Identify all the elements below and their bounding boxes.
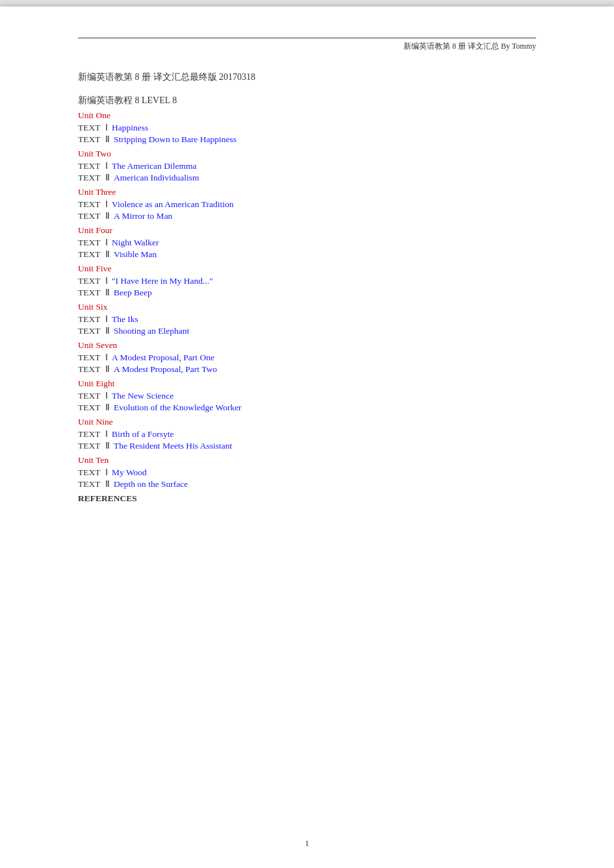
text-title[interactable]: Shooting an Elephant	[114, 326, 189, 336]
roman-numeral: Ⅰ	[105, 237, 108, 248]
text-label: TEXT	[78, 249, 103, 260]
text-title[interactable]: Beep Beep	[114, 288, 152, 298]
unit-1: Unit OneTEXT ⅠHappinessTEXT ⅡStripping D…	[78, 110, 536, 145]
text-row-6-2: TEXT ⅡShooting an Elephant	[78, 325, 536, 336]
text-label: TEXT	[78, 326, 103, 336]
header-text: 新编英语教第 8 册 译文汇总 By Tommy	[403, 42, 536, 51]
roman-numeral: Ⅰ	[105, 352, 108, 363]
text-row-3-1: TEXT ⅠViolence as an American Tradition	[78, 199, 536, 210]
text-label: TEXT	[78, 276, 103, 286]
text-row-5-2: TEXT ⅡBeep Beep	[78, 287, 536, 298]
unit-7: Unit SevenTEXT ⅠA Modest Proposal, Part …	[78, 340, 536, 375]
text-title[interactable]: American Individualism	[114, 173, 199, 183]
text-row-9-2: TEXT ⅡThe Resident Meets His Assistant	[78, 440, 536, 451]
text-row-8-2: TEXT ⅡEvolution of the Knowledge Worker	[78, 402, 536, 413]
roman-numeral: Ⅰ	[105, 275, 108, 286]
text-title[interactable]: My Wood	[112, 467, 147, 478]
roman-numeral: Ⅰ	[105, 199, 108, 210]
text-label: TEXT	[78, 123, 103, 133]
text-label: TEXT	[78, 353, 103, 363]
text-title[interactable]: Evolution of the Knowledge Worker	[114, 403, 242, 413]
text-label: TEXT	[78, 391, 103, 401]
text-label: TEXT	[78, 314, 103, 325]
page-number: 1	[0, 838, 614, 849]
text-row-7-1: TEXT ⅠA Modest Proposal, Part One	[78, 352, 536, 363]
toc-section: 新编英语教程 8 LEVEL 8 Unit OneTEXT ⅠHappiness…	[78, 95, 536, 504]
roman-numeral: Ⅱ	[105, 325, 110, 336]
text-title[interactable]: The New Science	[112, 391, 173, 401]
text-label: TEXT	[78, 403, 103, 413]
text-label: TEXT	[78, 364, 103, 375]
text-row-1-2: TEXT ⅡStripping Down to Bare Happiness	[78, 134, 536, 145]
text-row-5-1: TEXT Ⅰ"I Have Here in My Hand..."	[78, 275, 536, 286]
unit-10: Unit TenTEXT ⅠMy WoodTEXT ⅡDepth on the …	[78, 455, 536, 490]
text-label: TEXT	[78, 161, 103, 171]
unit-label-5: Unit Five	[78, 264, 536, 274]
roman-numeral: Ⅱ	[105, 364, 110, 375]
text-label: TEXT	[78, 173, 103, 183]
toc-header: 新编英语教程 8 LEVEL 8	[78, 95, 536, 106]
page: 新编英语教第 8 册 译文汇总 By Tommy 新编英语教第 8 册 译文汇总…	[0, 6, 614, 868]
unit-9: Unit NineTEXT ⅠBirth of a ForsyteTEXT ⅡT…	[78, 417, 536, 451]
roman-numeral: Ⅰ	[105, 467, 108, 478]
roman-numeral: Ⅱ	[105, 134, 110, 145]
roman-numeral: Ⅰ	[105, 122, 108, 133]
roman-numeral: Ⅰ	[105, 428, 108, 440]
roman-numeral: Ⅰ	[105, 390, 108, 401]
text-row-10-2: TEXT ⅡDepth on the Surface	[78, 478, 536, 490]
text-title[interactable]: The Iks	[112, 314, 138, 325]
unit-label-2: Unit Two	[78, 149, 536, 159]
unit-label-9: Unit Nine	[78, 417, 536, 427]
text-row-2-2: TEXT ⅡAmerican Individualism	[78, 172, 536, 183]
text-row-4-2: TEXT ⅡVisible Man	[78, 249, 536, 260]
text-label: TEXT	[78, 429, 103, 440]
references: REFERENCES	[78, 493, 536, 504]
text-title[interactable]: Birth of a Forsyte	[112, 429, 174, 440]
roman-numeral: Ⅱ	[105, 478, 110, 490]
doc-title: 新编英语教第 8 册 译文汇总最终版 20170318	[78, 71, 536, 83]
text-title[interactable]: A Modest Proposal, Part Two	[114, 364, 217, 375]
roman-numeral: Ⅱ	[105, 287, 110, 298]
unit-6: Unit SixTEXT ⅠThe IksTEXT ⅡShooting an E…	[78, 302, 536, 336]
text-title[interactable]: A Modest Proposal, Part One	[112, 353, 214, 363]
text-title[interactable]: Night Walker	[112, 238, 159, 248]
text-title[interactable]: A Mirror to Man	[114, 211, 172, 221]
text-title[interactable]: Depth on the Surface	[114, 479, 188, 490]
text-row-9-1: TEXT ⅠBirth of a Forsyte	[78, 428, 536, 440]
unit-8: Unit EightTEXT ⅠThe New ScienceTEXT ⅡEvo…	[78, 378, 536, 413]
text-label: TEXT	[78, 199, 103, 210]
roman-numeral: Ⅱ	[105, 172, 110, 183]
unit-label-3: Unit Three	[78, 187, 536, 197]
roman-numeral: Ⅱ	[105, 249, 110, 260]
roman-numeral: Ⅱ	[105, 440, 110, 451]
text-label: TEXT	[78, 441, 103, 451]
roman-numeral: Ⅱ	[105, 210, 110, 221]
roman-numeral: Ⅰ	[105, 314, 108, 325]
unit-3: Unit ThreeTEXT ⅠViolence as an American …	[78, 187, 536, 221]
text-label: TEXT	[78, 479, 103, 490]
unit-2: Unit TwoTEXT ⅠThe American DilemmaTEXT Ⅱ…	[78, 149, 536, 183]
unit-5: Unit FiveTEXT Ⅰ"I Have Here in My Hand..…	[78, 264, 536, 298]
roman-numeral: Ⅱ	[105, 402, 110, 413]
text-label: TEXT	[78, 467, 103, 478]
unit-label-7: Unit Seven	[78, 340, 536, 351]
text-title[interactable]: Stripping Down to Bare Happiness	[114, 134, 237, 145]
text-title[interactable]: The American Dilemma	[112, 161, 196, 171]
text-label: TEXT	[78, 134, 103, 145]
roman-numeral: Ⅰ	[105, 160, 108, 171]
unit-label-6: Unit Six	[78, 302, 536, 312]
unit-label-4: Unit Four	[78, 225, 536, 236]
text-title[interactable]: Visible Man	[114, 249, 157, 260]
unit-label-1: Unit One	[78, 110, 536, 121]
text-row-6-1: TEXT ⅠThe Iks	[78, 314, 536, 325]
text-title[interactable]: The Resident Meets His Assistant	[114, 441, 232, 451]
text-title[interactable]: Violence as an American Tradition	[112, 199, 233, 210]
unit-label-8: Unit Eight	[78, 378, 536, 389]
unit-label-10: Unit Ten	[78, 455, 536, 465]
text-row-8-1: TEXT ⅠThe New Science	[78, 390, 536, 401]
text-title[interactable]: "I Have Here in My Hand..."	[112, 276, 213, 286]
text-row-10-1: TEXT ⅠMy Wood	[78, 467, 536, 478]
text-title[interactable]: Happiness	[112, 123, 148, 133]
text-row-7-2: TEXT ⅡA Modest Proposal, Part Two	[78, 364, 536, 375]
text-row-4-1: TEXT ⅠNight Walker	[78, 237, 536, 248]
